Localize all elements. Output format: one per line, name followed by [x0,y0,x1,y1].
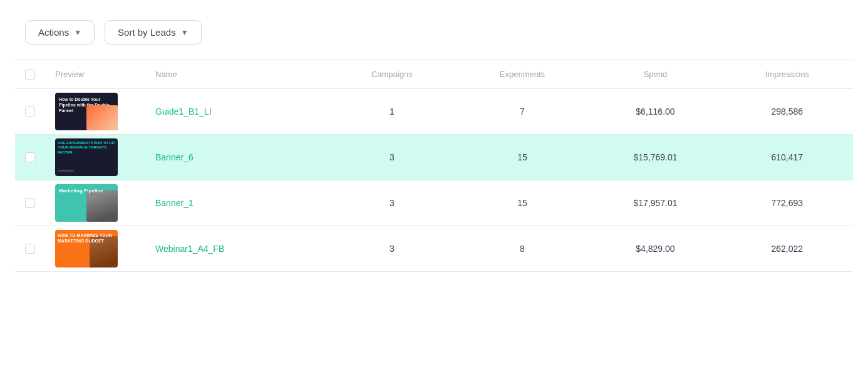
header-experiments: Experiments [455,60,590,89]
header-spend: Spend [589,60,721,89]
thumbnail-guide [55,93,118,130]
row-impressions: 298,586 [721,88,853,134]
row-checkbox[interactable] [25,106,35,117]
actions-dropdown[interactable]: Actions ▼ [25,20,95,44]
table-row: Guide1_B1_LI17$6,116.00298,586 [15,88,853,134]
row-name: Banner_1 [145,180,329,226]
row-campaigns: 3 [329,180,455,226]
row-campaigns: 3 [329,226,455,271]
asset-name-link[interactable]: Guide1_B1_LI [155,106,212,117]
row-experiments: 15 [455,180,590,226]
table-header-row: Preview Name Campaigns Experiments Spend… [15,60,853,89]
assets-table: Preview Name Campaigns Experiments Spend… [15,60,853,272]
header-name: Name [145,60,329,89]
asset-name-link[interactable]: Webinar1_A4_FB [155,244,224,254]
table-row: Webinar1_A4_FB38$4,829.00262,022 [15,226,853,271]
toolbar: Actions ▼ Sort by Leads ▼ [0,0,868,60]
row-checkbox-cell [15,180,45,226]
row-checkbox[interactable] [25,244,35,254]
row-spend: $17,957.01 [589,180,721,226]
row-experiments: 15 [455,134,590,180]
row-checkbox[interactable] [25,198,35,208]
row-experiments: 8 [455,226,590,271]
header-preview: Preview [45,60,145,89]
row-experiments: 7 [455,88,590,134]
row-impressions: 262,022 [721,226,853,271]
row-spend: $4,829.00 [589,226,721,271]
asset-name-link[interactable]: Banner_1 [155,198,194,208]
row-name: Guide1_B1_LI [145,88,329,134]
table-row: Banner_1315$17,957.01772,693 [15,180,853,226]
row-preview [45,226,145,271]
thumbnail-banner1 [55,184,118,222]
asset-name-link[interactable]: Banner_6 [155,152,194,162]
sort-label: Sort by Leads [118,27,176,38]
header-impressions: Impressions [721,60,853,89]
row-campaigns: 1 [329,88,455,134]
content-table: Preview Name Campaigns Experiments Spend… [0,60,868,272]
row-campaigns: 3 [329,134,455,180]
header-campaigns: Campaigns [329,60,455,89]
row-checkbox-cell [15,134,45,180]
actions-label: Actions [38,27,69,38]
sort-chevron-icon: ▼ [181,28,189,37]
thumbnail-banner6: metadota.io [55,138,118,176]
thumbnail-webinar [55,230,118,268]
row-impressions: 772,693 [721,180,853,226]
row-checkbox-cell [15,226,45,271]
row-checkbox-cell [15,88,45,134]
header-checkbox-cell [15,60,45,89]
row-spend: $15,769.01 [589,134,721,180]
row-name: Banner_6 [145,134,329,180]
row-preview [45,180,145,226]
table-row: metadota.ioBanner_6315$15,769.01610,417 [15,134,853,180]
select-all-checkbox[interactable] [25,70,35,80]
row-preview [45,88,145,134]
row-checkbox[interactable] [25,152,35,162]
sort-dropdown[interactable]: Sort by Leads ▼ [105,20,201,44]
row-preview: metadota.io [45,134,145,180]
row-impressions: 610,417 [721,134,853,180]
row-spend: $6,116.00 [589,88,721,134]
row-name: Webinar1_A4_FB [145,226,329,271]
actions-chevron-icon: ▼ [74,28,81,37]
table-body: Guide1_B1_LI17$6,116.00298,586metadota.i… [15,88,853,271]
